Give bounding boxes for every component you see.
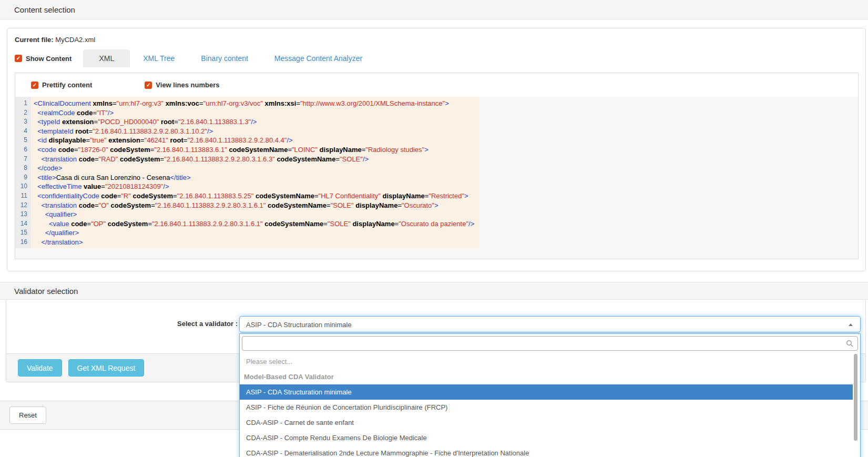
validator-selection-header: Validator selection: [0, 282, 868, 300]
xml-code-line: <qualifier>: [34, 210, 474, 219]
line-number: 13: [15, 210, 27, 219]
line-number: 2: [15, 108, 27, 118]
select-validator-label: Select a validator :: [154, 320, 238, 328]
show-content-label: Show Content: [26, 55, 72, 63]
current-file-label: Current file:: [15, 36, 54, 44]
validator-selected-value: ASIP - CDA Structuration minimale: [246, 321, 352, 329]
validator-option[interactable]: CDA-ASIP - Carnet de sante enfant: [240, 415, 853, 430]
xml-code-line: <id displayable="true" extension="46241"…: [34, 136, 474, 145]
tab-xml[interactable]: XML: [83, 49, 130, 67]
tabs-row: ✓ Show Content XMLXML TreeBinary content…: [15, 49, 375, 67]
show-content-checkbox[interactable]: ✓: [15, 55, 22, 62]
validator-dropdown: Please select...Model-Based CDA Validato…: [239, 333, 861, 457]
xml-code-line: <value code="OP" codeSystem="2.16.840.1.…: [34, 219, 474, 229]
option-group-header: Model-Based CDA Validator: [240, 369, 853, 384]
xml-code-line: </translation>: [34, 238, 474, 247]
xml-code-line: <confidentialityCode code="R" codeSystem…: [34, 191, 474, 201]
line-number: 8: [15, 164, 27, 173]
page: Content selection Current file: MyCDA2.x…: [0, 0, 868, 457]
line-number: 10: [15, 182, 27, 191]
xml-code-line: <typeId extension="POCD_HD000040" root="…: [34, 117, 474, 127]
xml-code-viewer: 12345678910111213141516 <ClinicalDocumen…: [15, 97, 858, 259]
line-number: 7: [15, 155, 27, 164]
current-file-name: MyCDA2.xml: [55, 36, 95, 44]
xml-code-line: <code code="18726-0" codeSystem="2.16.84…: [34, 145, 474, 155]
xml-code: <ClinicalDocument xmlns="urn:hl7-org:v3"…: [31, 97, 479, 248]
line-number: 15: [15, 228, 27, 238]
content-tabs: XMLXML TreeBinary contentMessage Content…: [83, 49, 375, 67]
prettify-label: Prettify content: [42, 81, 92, 89]
validator-selection-title: Validator selection: [14, 287, 78, 296]
chevron-up-icon: [849, 323, 853, 326]
tab-binary-content[interactable]: Binary content: [188, 49, 261, 67]
xml-code-line: <title>Casa di cura San Lorenzino - Cese…: [34, 173, 474, 182]
view-lines-label: View lines numbers: [156, 81, 219, 89]
validator-options-list: Please select...Model-Based CDA Validato…: [240, 354, 853, 457]
view-lines-checkbox[interactable]: ✓: [145, 82, 152, 89]
line-number: 3: [15, 117, 27, 127]
tab-message-content-analyzer[interactable]: Message Content Analyzer: [261, 49, 375, 67]
reset-button[interactable]: Reset: [9, 407, 46, 424]
prettify-checkbox[interactable]: ✓: [31, 82, 38, 89]
content-selection-header: Content selection: [0, 0, 868, 19]
line-number: 12: [15, 201, 27, 210]
xml-code-line: <realmCode code="IT"/>: [34, 108, 474, 118]
dropdown-scrollbar[interactable]: [854, 354, 857, 441]
content-panel: Current file: MyCDA2.xml ✓ Show Content …: [7, 28, 866, 271]
xml-code-line: </code>: [34, 164, 474, 173]
xml-code-line: <translation code="O" codeSystem="2.16.8…: [34, 201, 474, 210]
validator-search-input[interactable]: [242, 336, 858, 351]
line-number: 11: [15, 191, 27, 201]
content-selection-title: Content selection: [14, 5, 75, 14]
line-number-gutter: 12345678910111213141516: [15, 97, 31, 248]
view-lines-option: ✓ View lines numbers: [145, 81, 219, 89]
xml-code-line: <translation code="RAD" codeSystem="2.16…: [34, 155, 474, 164]
line-number: 14: [15, 219, 27, 229]
option-placeholder: Please select...: [240, 354, 853, 369]
line-number: 1: [15, 99, 27, 108]
tab-xml-tree[interactable]: XML Tree: [130, 49, 188, 67]
show-content-option: ✓ Show Content: [15, 55, 72, 63]
validator-option[interactable]: CDA-ASIP - Compte Rendu Examens De Biolo…: [240, 430, 853, 445]
line-number: 16: [15, 238, 27, 247]
current-file: Current file: MyCDA2.xml: [15, 36, 95, 44]
xml-code-line: <ClinicalDocument xmlns="urn:hl7-org:v3"…: [34, 99, 474, 108]
line-number: 4: [15, 127, 27, 136]
get-xml-request-button[interactable]: Get XML Request: [68, 359, 145, 377]
validator-option[interactable]: ASIP - Fiche de Réunion de Concertation …: [240, 400, 853, 415]
validator-select-display[interactable]: ASIP - CDA Structuration minimale: [239, 316, 861, 332]
xml-code-line: <templateId root="2.16.840.1.113883.2.9.…: [34, 127, 474, 136]
xml-code-line: <effectiveTime value="20210818124309"/>: [34, 182, 474, 191]
xml-code-line: </qualifier>: [34, 228, 474, 238]
line-number: 6: [15, 145, 27, 155]
code-box: ✓ Prettify content ✓ View lines numbers …: [15, 73, 859, 259]
validate-button[interactable]: Validate: [18, 359, 62, 377]
validator-option[interactable]: CDA-ASIP - Dematerialisation 2nde Lectur…: [240, 445, 853, 457]
line-number: 9: [15, 173, 27, 182]
line-number: 5: [15, 136, 27, 145]
validator-option[interactable]: ASIP - CDA Structuration minimale: [240, 384, 853, 400]
validator-select: ASIP - CDA Structuration minimale Please…: [239, 316, 861, 457]
search-icon: [846, 340, 853, 349]
prettify-option: ✓ Prettify content: [31, 81, 92, 89]
code-options-row: ✓ Prettify content ✓ View lines numbers: [15, 73, 858, 97]
